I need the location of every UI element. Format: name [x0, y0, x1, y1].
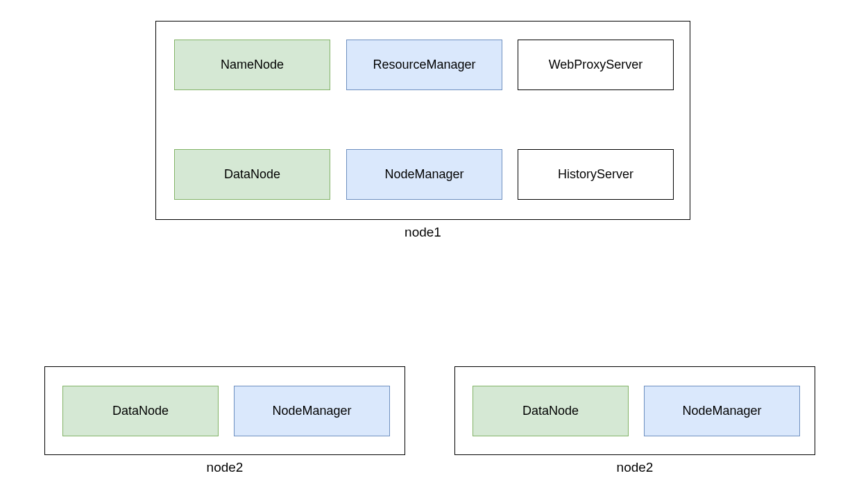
nodemanager-box-2: NodeManager: [234, 386, 390, 436]
datanode-box-3: DataNode: [473, 386, 629, 436]
webproxyserver-label: WebProxyServer: [549, 58, 643, 72]
namenode-label: NameNode: [221, 58, 284, 72]
nodemanager-label-2: NodeManager: [272, 404, 351, 418]
historyserver-box: HistoryServer: [518, 149, 674, 200]
datanode-label-1: DataNode: [224, 167, 280, 182]
node2-label: node2: [45, 460, 405, 475]
node1-container: NameNode ResourceManager WebProxyServer …: [155, 21, 690, 220]
datanode-label-3: DataNode: [522, 404, 579, 418]
webproxyserver-box: WebProxyServer: [518, 40, 674, 90]
datanode-label-2: DataNode: [112, 404, 169, 418]
historyserver-label: HistoryServer: [558, 167, 633, 182]
nodemanager-label-3: NodeManager: [682, 404, 761, 418]
datanode-box-2: DataNode: [62, 386, 219, 436]
node3-container: DataNode NodeManager node2: [454, 366, 815, 455]
nodemanager-label-1: NodeManager: [384, 167, 463, 182]
node1-label: node1: [156, 225, 690, 240]
nodemanager-box-1: NodeManager: [346, 149, 502, 200]
namenode-box: NameNode: [174, 40, 330, 90]
datanode-box-1: DataNode: [174, 149, 330, 200]
resourcemanager-label: ResourceManager: [373, 58, 475, 72]
nodemanager-box-3: NodeManager: [644, 386, 800, 436]
node3-label: node2: [455, 460, 815, 475]
node2-container: DataNode NodeManager node2: [44, 366, 405, 455]
resourcemanager-box: ResourceManager: [346, 40, 502, 90]
